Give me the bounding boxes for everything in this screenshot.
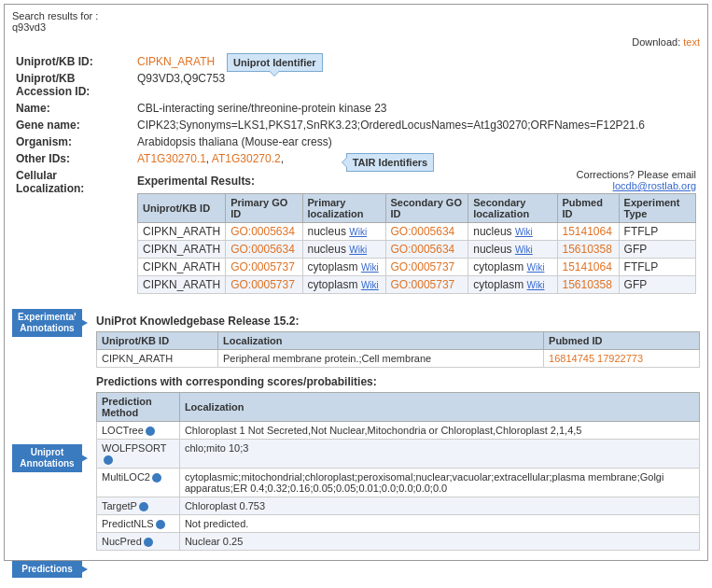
pred-method: TargetP bbox=[97, 497, 180, 515]
pred-method: WOLFPSORT bbox=[97, 440, 180, 469]
localization-content: Experimental Results: Corrections? Pleas… bbox=[133, 167, 700, 303]
pred-table-row: MultiLOC2 cytoplasmic;mitochondrial;chlo… bbox=[97, 469, 700, 497]
pred-localization: Not predicted. bbox=[179, 515, 699, 533]
exp-col-pubmed: Pubmed ID bbox=[557, 194, 619, 223]
exp-type: GFP bbox=[619, 241, 695, 259]
gene-label: Gene name: bbox=[12, 117, 133, 133]
localization-label: CellularLocalization: bbox=[12, 167, 133, 303]
corrections-text: Corrections? Please email locdb@rostlab.… bbox=[577, 169, 696, 191]
exp-primary-go[interactable]: GO:0005737 bbox=[226, 259, 302, 276]
pred-method: PredictNLS bbox=[97, 515, 180, 533]
pred-method: MultiLOC2 bbox=[97, 469, 180, 497]
exp-col-exp-type: Experiment Type bbox=[619, 194, 695, 223]
pred-table-row: WOLFPSORT chlo;mito 10;3 bbox=[97, 440, 700, 469]
exp-secondary-loc: nucleus Wiki bbox=[468, 223, 557, 241]
uniprot-kb-link[interactable]: CIPKN_ARATH bbox=[137, 55, 215, 68]
exp-type: FTFLP bbox=[619, 223, 695, 241]
ukb-localization: Peripheral membrane protein.;Cell membra… bbox=[217, 350, 543, 368]
download-line: Download: text bbox=[12, 36, 700, 48]
exp-secondary-loc: cytoplasm Wiki bbox=[468, 276, 557, 294]
accession-value: Q93VD3,Q9C753 bbox=[133, 70, 700, 100]
exp-table-row: CIPKN_ARATH GO:0005737 cytoplasm Wiki GO… bbox=[138, 259, 696, 276]
predictions-label: Predictions bbox=[12, 561, 82, 578]
ukb-col-pubmed: Pubmed ID bbox=[544, 332, 700, 350]
exp-type: GFP bbox=[619, 276, 695, 294]
exp-pubmed[interactable]: 15610358 bbox=[557, 241, 619, 259]
gene-value: CIPK23;Synonyms=LKS1,PKS17,SnRK3.23;Orde… bbox=[133, 117, 700, 133]
pred-method: NucPred bbox=[97, 533, 180, 551]
download-label: Download: bbox=[632, 36, 680, 48]
name-label: Name: bbox=[12, 100, 133, 117]
exp-secondary-go[interactable]: GO:0005634 bbox=[385, 241, 468, 259]
organism-value: Arabidopsis thaliana (Mouse-ear cress) bbox=[133, 133, 700, 150]
predictions-title: Predictions with corresponding scores/pr… bbox=[96, 375, 700, 388]
uniprot-kb-table: Uniprot/KB ID Localization Pubmed ID CIP… bbox=[96, 331, 700, 368]
pred-col-localization: Localization bbox=[179, 393, 699, 422]
name-value: CBL-interacting serine/threonine-protein… bbox=[133, 100, 700, 117]
pred-col-method: Prediction Method bbox=[97, 393, 180, 422]
exp-col-primary-go: Primary GO ID bbox=[226, 194, 302, 223]
exp-uniprot: CIPKN_ARATH bbox=[138, 259, 226, 276]
pred-localization: Chloroplast 1 Not Secreted,Not Nuclear,M… bbox=[179, 422, 699, 440]
predictions-section: Predictions with corresponding scores/pr… bbox=[96, 375, 700, 551]
exp-secondary-go[interactable]: GO:0005737 bbox=[385, 259, 468, 276]
method-icon bbox=[146, 427, 155, 436]
exp-uniprot: CIPKN_ARATH bbox=[138, 276, 226, 294]
download-link[interactable]: text bbox=[683, 36, 700, 48]
pred-localization: Nuclear 0.25 bbox=[179, 533, 699, 551]
exp-col-secondary-go: Secondary GO ID bbox=[385, 194, 468, 223]
other-ids-value: AT1G30270.1, AT1G30270.2, TAIR Identifie… bbox=[133, 150, 700, 167]
pred-table-row: TargetP Chloroplast 0.753 bbox=[97, 497, 700, 515]
exp-primary-go[interactable]: GO:0005634 bbox=[226, 241, 302, 259]
pred-localization: Chloroplast 0.753 bbox=[179, 497, 699, 515]
uniprot-annotations-label: Uniprot Annotations bbox=[12, 444, 82, 472]
exp-uniprot: CIPKN_ARATH bbox=[138, 241, 226, 259]
exp-primary-loc: nucleus Wiki bbox=[302, 223, 385, 241]
exp-primary-go[interactable]: GO:0005737 bbox=[226, 276, 302, 294]
info-table: Uniprot/KB ID: CIPKN_ARATH Uniprot/KBAcc… bbox=[12, 53, 700, 303]
ukb-uniprot: CIPKN_ARATH bbox=[97, 350, 218, 368]
pred-localization: chlo;mito 10;3 bbox=[179, 440, 699, 469]
ukb-col-uniprot: Uniprot/KB ID bbox=[97, 332, 218, 350]
search-label: Search results for : bbox=[12, 10, 98, 21]
pred-method: LOCTree bbox=[97, 422, 180, 440]
predictions-table: Prediction Method Localization LOCTree C… bbox=[96, 392, 700, 551]
exp-pubmed[interactable]: 15610358 bbox=[557, 276, 619, 294]
method-icon bbox=[104, 455, 113, 465]
tair-link-2[interactable]: AT1G30270.2 bbox=[212, 152, 281, 165]
exp-table-row: CIPKN_ARATH GO:0005737 cytoplasm Wiki GO… bbox=[138, 276, 696, 294]
pred-table-row: PredictNLS Not predicted. bbox=[97, 515, 700, 533]
exp-uniprot: CIPKN_ARATH bbox=[138, 223, 226, 241]
exp-secondary-go[interactable]: GO:0005634 bbox=[385, 223, 468, 241]
uniprot-kb-label: Uniprot/KB ID: bbox=[12, 53, 133, 70]
search-query: q93vd3 bbox=[12, 21, 46, 33]
experimental-annotations-label: Experimental Annotations bbox=[12, 309, 82, 337]
pred-table-row: NucPred Nuclear 0.25 bbox=[97, 533, 700, 551]
exp-type: FTFLP bbox=[619, 259, 695, 276]
method-icon bbox=[144, 538, 153, 547]
tair-link-1[interactable]: AT1G30270.1 bbox=[137, 152, 206, 165]
uniprot-kb-value: CIPKN_ARATH bbox=[133, 53, 700, 70]
experimental-table: Uniprot/KB ID Primary GO ID Primary loca… bbox=[137, 193, 696, 294]
uniprot-identifier-tooltip: Uniprot Identifier bbox=[227, 53, 323, 72]
exp-secondary-loc: cytoplasm Wiki bbox=[468, 259, 557, 276]
exp-col-uniprot: Uniprot/KB ID bbox=[138, 194, 226, 223]
exp-primary-go[interactable]: GO:0005634 bbox=[226, 223, 302, 241]
method-icon bbox=[156, 520, 165, 529]
uniprot-table-row: CIPKN_ARATH Peripheral membrane protein.… bbox=[97, 350, 700, 368]
exp-primary-loc: cytoplasm Wiki bbox=[302, 276, 385, 294]
uniprot-kb-title: UniProt Knowledgebase Release 15.2: bbox=[96, 315, 700, 328]
ukb-col-localization: Localization bbox=[217, 332, 543, 350]
exp-secondary-loc: nucleus Wiki bbox=[468, 241, 557, 259]
exp-pubmed[interactable]: 15141064 bbox=[557, 223, 619, 241]
exp-primary-loc: nucleus Wiki bbox=[302, 241, 385, 259]
ukb-pubmed[interactable]: 16814745 17922773 bbox=[544, 350, 700, 368]
corrections-email[interactable]: locdb@rostlab.org bbox=[613, 180, 696, 191]
method-icon bbox=[152, 473, 161, 483]
experimental-results-title: Experimental Results: bbox=[137, 175, 255, 188]
accession-label: Uniprot/KBAccession ID: bbox=[12, 70, 133, 100]
method-icon bbox=[139, 502, 148, 511]
exp-secondary-go[interactable]: GO:0005737 bbox=[385, 276, 468, 294]
exp-primary-loc: cytoplasm Wiki bbox=[302, 259, 385, 276]
exp-pubmed[interactable]: 15141064 bbox=[557, 259, 619, 276]
